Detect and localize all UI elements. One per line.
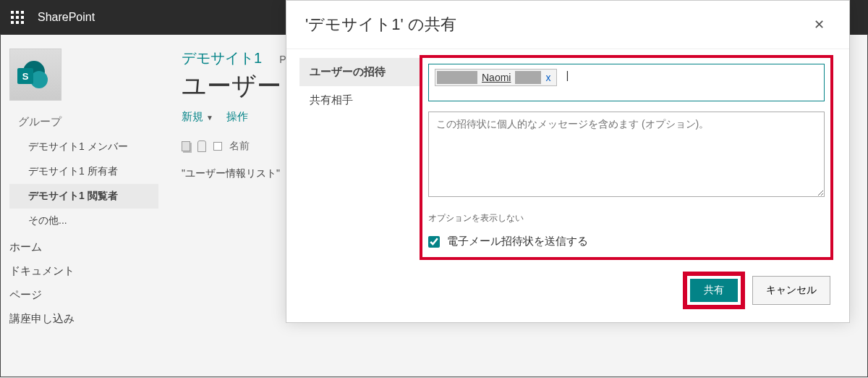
invite-message-input[interactable] bbox=[428, 112, 825, 197]
nav-group-members[interactable]: デモサイト1 メンバー bbox=[9, 135, 158, 159]
tab-invite[interactable]: ユーザーの招待 bbox=[299, 58, 422, 86]
send-email-label: 電子メール招待状を送信する bbox=[447, 235, 588, 248]
app-launcher-icon[interactable] bbox=[6, 6, 29, 29]
nav-group-viewers[interactable]: デモサイト1 閲覧者 bbox=[9, 184, 158, 209]
cmd-new[interactable]: 新規▼ bbox=[182, 110, 213, 124]
people-chip: Naomi x bbox=[435, 69, 557, 86]
people-picker[interactable]: Naomi x | bbox=[428, 64, 825, 101]
text-cursor-icon: | bbox=[566, 69, 569, 81]
copy-icon[interactable] bbox=[182, 141, 190, 151]
modal-title: 'デモサイト1' の共有 bbox=[305, 14, 456, 35]
column-name[interactable]: 名前 bbox=[229, 140, 250, 153]
send-email-checkbox[interactable] bbox=[428, 236, 440, 248]
hide-options-link[interactable]: オプションを表示しない bbox=[428, 212, 825, 224]
cancel-button[interactable]: キャンセル bbox=[752, 276, 830, 305]
share-button[interactable]: 共有 bbox=[690, 279, 738, 302]
redacted-block bbox=[515, 71, 541, 84]
nav-documents[interactable]: ドキュメント bbox=[9, 257, 158, 281]
site-logo: S bbox=[9, 49, 61, 101]
sharepoint-icon: S bbox=[17, 61, 49, 93]
modal-tabs: ユーザーの招待 共有相手 bbox=[299, 58, 422, 257]
close-icon[interactable]: ✕ bbox=[808, 14, 830, 35]
nav-group-owners[interactable]: デモサイト1 所有者 bbox=[9, 159, 158, 184]
nav-course[interactable]: 講座申し込み bbox=[9, 305, 158, 329]
brand-label[interactable]: SharePoint bbox=[38, 11, 95, 24]
send-email-row[interactable]: 電子メール招待状を送信する bbox=[428, 235, 825, 248]
chip-remove[interactable]: x bbox=[545, 72, 550, 83]
nav-group-more[interactable]: その他... bbox=[9, 209, 158, 233]
nav-pages[interactable]: ページ bbox=[9, 281, 158, 305]
nav-home[interactable]: ホーム bbox=[9, 233, 158, 257]
nav-section-groups: グループ bbox=[18, 115, 158, 129]
attachment-icon bbox=[197, 140, 206, 152]
share-button-highlight: 共有 bbox=[687, 276, 741, 305]
modal-share: 'デモサイト1' の共有 ✕ ユーザーの招待 共有相手 Naomi x bbox=[286, 0, 868, 378]
select-all-checkbox[interactable] bbox=[213, 142, 222, 151]
cmd-actions[interactable]: 操作 bbox=[226, 110, 248, 124]
site-title[interactable]: デモサイト1 bbox=[182, 49, 262, 68]
chevron-down-icon: ▼ bbox=[206, 114, 213, 122]
chip-name[interactable]: Naomi bbox=[480, 72, 512, 83]
tab-shared-with[interactable]: 共有相手 bbox=[299, 86, 422, 114]
left-nav: S グループ デモサイト1 メンバー デモサイト1 所有者 デモサイト1 閲覧者… bbox=[1, 34, 167, 377]
redacted-block bbox=[437, 71, 477, 84]
